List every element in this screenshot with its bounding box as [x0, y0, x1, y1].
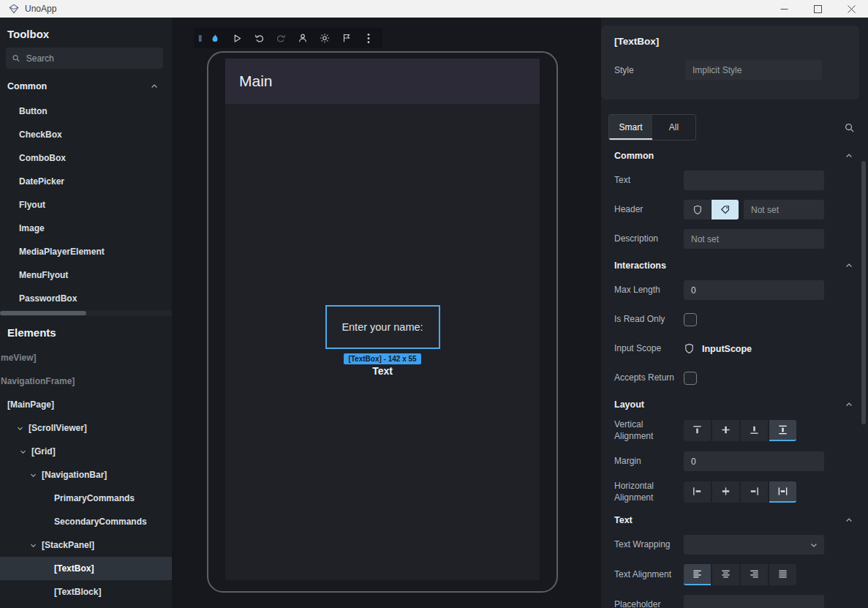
text-align-left-button[interactable] [684, 564, 711, 585]
close-button[interactable] [834, 0, 868, 18]
toolbox-section-common[interactable]: Common [0, 73, 172, 100]
property-row-accepts-return: Accepts Return [614, 368, 853, 388]
input-scope-value[interactable]: InputScope [684, 343, 752, 354]
uno-logo-icon [9, 4, 19, 14]
properties-scrollbar[interactable] [861, 161, 866, 424]
header-mode-segment [684, 200, 739, 219]
play-icon [233, 34, 242, 43]
valign-bottom-button[interactable] [741, 420, 768, 441]
toolbox-item-combobox[interactable]: ComboBox [0, 146, 172, 170]
minimize-button[interactable] [767, 0, 801, 18]
text-align-center-button[interactable] [712, 564, 739, 585]
text-alignment-group [684, 564, 796, 585]
app-page-body[interactable]: Enter your name: [TextBox] - 142 x 55 Te… [225, 104, 540, 580]
toolbox-item-label: MenuFlyout [19, 270, 68, 280]
align-bottom-icon [749, 424, 760, 435]
element-item-stackpanel[interactable]: [StackPanel] [0, 533, 172, 557]
header-binding-button[interactable] [684, 200, 711, 219]
toolbox-horizontal-scrollbar[interactable] [0, 310, 172, 316]
drag-handle-icon[interactable]: ‖ [198, 33, 203, 44]
placeholder-input[interactable] [684, 595, 824, 608]
text-wrapping-dropdown[interactable] [684, 535, 824, 555]
max-length-input[interactable] [684, 280, 824, 300]
section-common[interactable]: Common [614, 151, 853, 161]
maximize-button[interactable] [801, 0, 834, 18]
redo-button[interactable] [271, 29, 290, 47]
text-align-right-button[interactable] [741, 564, 768, 585]
align-right-icon [749, 486, 760, 497]
element-item-scrollviewer[interactable]: [ScrollViewer] [0, 416, 172, 440]
scrollbar-thumb[interactable] [0, 311, 86, 315]
chevron-down-icon[interactable] [16, 424, 24, 432]
toolbox-item-flyout[interactable]: Flyout [0, 193, 172, 217]
element-item-mainpage[interactable]: [MainPage] [0, 393, 172, 416]
element-item-navigationframe[interactable]: NavigationFrame] [0, 369, 172, 393]
halign-stretch-button[interactable] [769, 481, 796, 503]
accepts-return-checkbox[interactable] [684, 372, 697, 385]
toolbox-item-passwordbox[interactable]: PasswordBox [0, 287, 172, 310]
toolbox-section-label: Common [7, 81, 47, 91]
window-controls [767, 0, 868, 18]
header-tag-button[interactable] [712, 200, 739, 219]
property-row-vertical-alignment: Vertical Alignment [614, 419, 853, 442]
is-read-only-checkbox[interactable] [684, 313, 697, 326]
textblock-element[interactable]: Text [372, 365, 393, 377]
hot-reload-flame-button[interactable] [205, 29, 224, 47]
section-text[interactable]: Text [614, 515, 853, 525]
text-align-justify-button[interactable] [769, 564, 796, 585]
account-button[interactable] [293, 29, 312, 47]
element-label: PrimaryCommands [54, 493, 135, 503]
element-item-textbox[interactable]: [TextBox] [0, 557, 172, 580]
toolbox-item-datepicker[interactable]: DatePicker [0, 170, 172, 193]
kebab-menu-icon [367, 33, 370, 44]
more-options-button[interactable] [359, 29, 378, 47]
text-align-left-icon [692, 568, 703, 579]
properties-search-icon[interactable] [844, 122, 855, 133]
section-layout[interactable]: Layout [614, 399, 853, 410]
page-title: Main [239, 72, 273, 90]
halign-left-button[interactable] [684, 481, 711, 503]
section-interactions[interactable]: Interactions [614, 260, 853, 271]
guidelines-button[interactable] [337, 29, 356, 47]
tab-smart[interactable]: Smart [609, 115, 652, 140]
tab-all[interactable]: All [652, 115, 695, 140]
valign-center-button[interactable] [712, 420, 739, 441]
chevron-down-icon[interactable] [29, 471, 37, 479]
selected-textbox-element[interactable]: Enter your name: [325, 305, 440, 349]
textbox-text: Enter your name: [341, 321, 423, 333]
description-input[interactable] [684, 229, 824, 249]
toolbox-item-mediaplayerelement[interactable]: MediaPlayerElement [0, 240, 172, 263]
align-hcenter-icon [720, 486, 731, 497]
scrollbar-thumb[interactable] [861, 161, 866, 424]
property-label: Placeholder [614, 599, 684, 608]
element-item-secondarycommands[interactable]: SecondaryCommands [0, 510, 172, 533]
chevron-down-icon[interactable] [19, 448, 27, 456]
text-input[interactable] [684, 170, 824, 190]
theme-toggle-button[interactable] [315, 29, 334, 47]
header-input[interactable] [744, 200, 824, 219]
element-item-frameview[interactable]: meView] [0, 346, 172, 369]
valign-top-button[interactable] [684, 420, 711, 441]
style-input[interactable] [685, 60, 822, 80]
section-title: Layout [614, 399, 644, 410]
halign-right-button[interactable] [741, 481, 768, 503]
property-label: Input Scope [614, 343, 684, 355]
play-button[interactable] [227, 29, 246, 47]
undo-button[interactable] [249, 29, 268, 47]
toolbox-item-button[interactable]: Button [0, 100, 172, 123]
toolbox-item-checkbox[interactable]: CheckBox [0, 123, 172, 146]
element-item-grid[interactable]: [Grid] [0, 440, 172, 463]
app-page-header[interactable]: Main [225, 59, 540, 104]
halign-center-button[interactable] [712, 481, 739, 503]
property-row-text: Text [614, 170, 853, 190]
valign-stretch-button[interactable] [769, 420, 796, 441]
search-input[interactable] [26, 53, 157, 64]
element-item-textblock[interactable]: [TextBlock] [0, 580, 172, 604]
toolbox-item-image[interactable]: Image [0, 217, 172, 240]
element-item-primarycommands[interactable]: PrimaryCommands [0, 487, 172, 510]
element-item-navigationbar[interactable]: [NavigationBar] [0, 463, 172, 487]
style-row: Style [614, 60, 846, 80]
margin-input[interactable] [684, 451, 824, 471]
toolbox-item-menuflyout[interactable]: MenuFlyout [0, 263, 172, 287]
chevron-down-icon[interactable] [29, 541, 37, 549]
